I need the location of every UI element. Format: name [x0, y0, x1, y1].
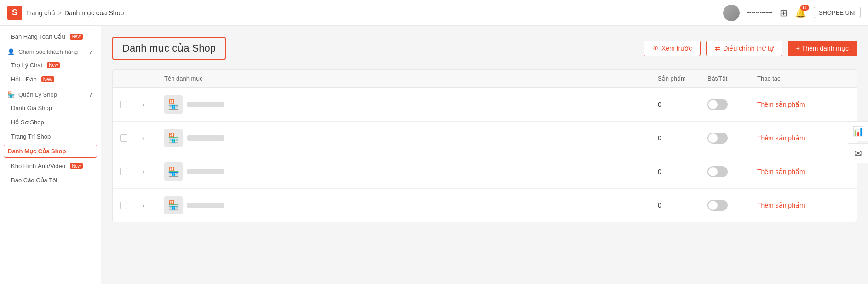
row-product-count: 0 [658, 134, 704, 142]
sidebar-item-label: Kho Hình Ảnh/Video [11, 162, 65, 169]
breadcrumb-separator: > [58, 9, 62, 17]
col-expand [142, 75, 161, 82]
page-title: Danh mục của Shop [112, 37, 226, 60]
category-name [187, 203, 224, 208]
sidebar-item-label: Bán Hàng Toàn Cầu [11, 33, 65, 40]
add-product-link[interactable]: Thêm sản phẩm [757, 168, 849, 175]
eye-icon: 👁 [652, 45, 659, 52]
right-float-panel: 📊 ✉ [848, 121, 868, 163]
section-icon-shop: 🏪 [7, 91, 15, 98]
message-icon: ✉ [854, 148, 862, 159]
breadcrumb: Trang chủ > Danh mục của Shop [26, 9, 719, 17]
row-category-cell: 🏪 [164, 196, 654, 214]
sidebar-item-label: Danh Mục Của Shop [8, 148, 66, 155]
sidebar: Bán Hàng Toàn Cầu New 👤 Chăm sóc khách h… [0, 26, 101, 284]
sidebar-item-trang-tri-shop[interactable]: Trang Trí Shop [0, 129, 101, 144]
new-badge: New [47, 62, 60, 68]
sidebar-section-cham-soc[interactable]: 👤 Chăm sóc khách hàng ∧ [0, 44, 101, 58]
sidebar-item-danh-muc-cua-shop[interactable]: Danh Mục Của Shop [4, 145, 97, 158]
table-row: › 🏪 0 Thêm sản phẩm [113, 122, 857, 155]
message-float-button[interactable]: ✉ [848, 143, 868, 163]
section-icon-cham-soc: 👤 [7, 48, 15, 55]
row-expand-chevron[interactable]: › [142, 202, 161, 209]
col-toggle: Bật/Tắt [707, 75, 753, 82]
col-check [120, 75, 138, 82]
preview-label: Xem trước [661, 45, 692, 52]
page-actions: 👁 Xem trước ⇄ Điều chỉnh thứ tự + Thêm d… [644, 41, 857, 56]
row-checkbox[interactable] [120, 134, 127, 142]
shopee-logo: S [7, 6, 22, 20]
table-header-row: Tên danh mục Sản phẩm Bật/Tắt Thao tác [113, 70, 857, 88]
sidebar-item-danh-gia-shop[interactable]: Đánh Giá Shop [0, 101, 101, 115]
toggle-switch[interactable] [707, 133, 728, 144]
username: •••••••••••• [747, 9, 772, 16]
toggle-switch[interactable] [707, 200, 728, 211]
row-category-cell: 🏪 [164, 95, 654, 114]
grid-icon[interactable]: ⊞ [780, 7, 788, 18]
bell-button[interactable]: 🔔 11 [795, 7, 806, 18]
shop-icon: 🏪 [168, 99, 179, 110]
analytics-icon: 📊 [852, 126, 864, 137]
header-right: •••••••••••• ⊞ 🔔 11 SHOPEE UNI [723, 5, 861, 21]
category-thumbnail: 🏪 [164, 162, 183, 181]
category-thumbnail: 🏪 [164, 95, 183, 114]
add-category-button[interactable]: + Thêm danh mục [788, 41, 857, 56]
body-wrapper: Bán Hàng Toàn Cầu New 👤 Chăm sóc khách h… [0, 26, 868, 284]
sidebar-item-ban-hang-toan-cau[interactable]: Bán Hàng Toàn Cầu New [0, 29, 101, 44]
row-expand-chevron[interactable]: › [142, 168, 161, 175]
sidebar-item-tro-ly-chat[interactable]: Trợ Lý Chat New [0, 58, 101, 72]
table-row: › 🏪 0 Thêm sản phẩm [113, 189, 857, 222]
row-product-count: 0 [658, 202, 704, 209]
sidebar-section-quan-ly-shop[interactable]: 🏪 Quản Lý Shop ∧ [0, 87, 101, 101]
sidebar-item-hoi-dap[interactable]: Hỏi - Đáp New [0, 72, 101, 87]
new-badge: New [70, 163, 83, 169]
row-category-cell: 🏪 [164, 129, 654, 147]
shop-icon: 🏪 [168, 166, 179, 177]
shop-icon: 🏪 [168, 200, 179, 211]
table-row: › 🏪 0 Thêm sản phẩm [113, 88, 857, 122]
bell-badge: 11 [800, 5, 809, 11]
add-product-link[interactable]: Thêm sản phẩm [757, 101, 849, 108]
row-expand-chevron[interactable]: › [142, 134, 161, 142]
row-product-count: 0 [658, 168, 704, 175]
top-header: S Trang chủ > Danh mục của Shop ••••••••… [0, 0, 868, 26]
shop-icon: 🏪 [168, 133, 179, 144]
sidebar-item-label: Báo Cáo Của Tôi [11, 177, 57, 184]
sidebar-item-label: Hồ Sơ Shop [11, 119, 44, 126]
adjust-order-button[interactable]: ⇄ Điều chỉnh thứ tự [706, 41, 782, 56]
toggle-switch[interactable] [707, 99, 728, 110]
category-thumbnail: 🏪 [164, 129, 183, 147]
section-label: Quản Lý Shop [18, 91, 57, 98]
avatar[interactable] [723, 5, 740, 21]
sidebar-item-label: Đánh Giá Shop [11, 104, 52, 111]
adjust-icon: ⇄ [715, 45, 720, 52]
chevron-up-icon: ∧ [89, 92, 93, 98]
breadcrumb-home[interactable]: Trang chủ [26, 9, 55, 17]
add-product-link[interactable]: Thêm sản phẩm [757, 134, 849, 142]
col-product: Sản phẩm [658, 75, 704, 82]
row-expand-chevron[interactable]: › [142, 101, 161, 108]
sidebar-item-label: Trợ Lý Chat [11, 62, 42, 69]
row-category-cell: 🏪 [164, 162, 654, 181]
analytics-float-button[interactable]: 📊 [848, 121, 868, 141]
sidebar-item-label: Trang Trí Shop [11, 133, 51, 140]
adjust-label: Điều chỉnh thứ tự [723, 45, 774, 52]
row-checkbox[interactable] [120, 168, 127, 175]
sidebar-item-ho-so-shop[interactable]: Hồ Sơ Shop [0, 115, 101, 129]
col-action: Thao tác [757, 75, 849, 82]
row-checkbox[interactable] [120, 202, 127, 209]
category-thumbnail: 🏪 [164, 196, 183, 214]
sidebar-item-kho-hinh-anh[interactable]: Kho Hình Ảnh/Video New [0, 159, 101, 173]
sidebar-item-label: Hỏi - Đáp [11, 76, 37, 83]
toggle-switch[interactable] [707, 166, 728, 177]
category-name [187, 102, 224, 107]
new-badge: New [41, 76, 54, 82]
preview-button[interactable]: 👁 Xem trước [644, 41, 701, 56]
section-label: Chăm sóc khách hàng [18, 48, 78, 55]
add-product-link[interactable]: Thêm sản phẩm [757, 202, 849, 209]
category-name [187, 169, 224, 174]
row-checkbox[interactable] [120, 101, 127, 108]
shopee-uni-button[interactable]: SHOPEE UNI [814, 7, 861, 18]
sidebar-item-bao-cao-cua-toi[interactable]: Báo Cáo Của Tôi [0, 173, 101, 187]
page-header: Danh mục của Shop 👁 Xem trước ⇄ Điều chỉ… [112, 37, 857, 60]
